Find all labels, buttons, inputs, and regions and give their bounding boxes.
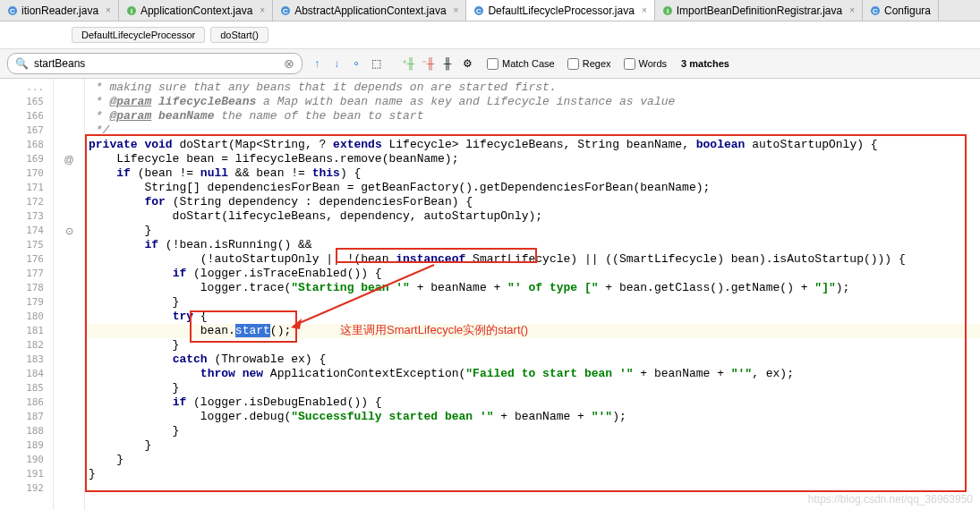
tab-label: DefaultLifecycleProcessor.java [488, 4, 634, 17]
tab-4[interactable]: IImportBeanDefinitionRegistrar.java× [655, 0, 863, 21]
close-icon[interactable]: × [638, 5, 647, 15]
tab-label: ImportBeanDefinitionRegistrar.java [677, 4, 842, 17]
close-icon[interactable]: × [450, 5, 459, 15]
annotation-text: 这里调用SmartLifecycle实例的start() [340, 322, 528, 338]
search-icon: 🔍 [15, 57, 29, 70]
code-line: bean.start(); [85, 324, 980, 338]
close-icon[interactable]: × [102, 5, 111, 15]
code-line: try { [85, 310, 980, 324]
tab-5[interactable]: CConfigura [863, 0, 939, 21]
svg-text:C: C [873, 7, 878, 15]
code-line: * @param lifecycleBeans a Map with bean … [85, 95, 980, 109]
svg-marker-13 [291, 319, 302, 329]
watermark: https://blog.csdn.net/qq_36963950 [808, 493, 973, 506]
search-bar: 🔍 ⊗ ↑ ↓ ⚬ ⬚ ⁺╫ ⁻╫ ╫ ⚙ Match Case Regex W… [0, 49, 980, 79]
settings-icon[interactable]: ⚙ [460, 56, 474, 71]
words-checkbox[interactable]: Words [624, 58, 668, 70]
code-line: if (logger.isDebugEnabled()) { [85, 395, 980, 410]
match-count: 3 matches [681, 58, 729, 69]
editor-tabs: CitionReader.java× IApplicationContext.j… [0, 0, 980, 21]
search-box: 🔍 ⊗ [7, 53, 303, 74]
prev-match-icon[interactable]: ↑ [310, 56, 324, 71]
code-line: logger.trace("Starting bean '" + beanNam… [85, 281, 980, 295]
search-toolbar: ↑ ↓ ⚬ ⬚ ⁺╫ ⁻╫ ╫ ⚙ [310, 56, 474, 71]
clear-icon[interactable]: ⊗ [284, 56, 294, 71]
close-icon[interactable]: × [846, 5, 855, 15]
add-selection-icon[interactable]: ⁺╫ [401, 56, 415, 71]
code-line: if (logger.isTraceEnabled()) { [85, 267, 980, 281]
interface-icon: I [126, 5, 137, 16]
search-input[interactable] [29, 55, 284, 72]
next-match-icon[interactable]: ↓ [329, 56, 344, 71]
code-line: private void doStart(Map<String, ? exten… [85, 138, 980, 152]
breadcrumbs: DefaultLifecycleProcessor doStart() [0, 21, 980, 49]
editor-area: ...1651661671681691701711721731741751761… [0, 79, 980, 510]
svg-line-12 [295, 265, 434, 325]
breadcrumb-method[interactable]: doStart() [210, 27, 268, 43]
code-line: Lifecycle bean = lifecycleBeans.remove(b… [85, 152, 980, 166]
line-numbers: ...1651661671681691701711721731741751761… [0, 79, 54, 510]
gutter-marks: @⊙ [54, 79, 85, 510]
svg-text:C: C [10, 7, 15, 15]
code-line: for (String dependency : dependenciesFor… [85, 195, 980, 209]
tab-2[interactable]: CAbstractApplicationContext.java× [273, 0, 466, 21]
code-line: throw new ApplicationContextException("F… [85, 367, 980, 381]
code-line: doStart(lifecycleBeans, dependency, auto… [85, 209, 980, 224]
select-occurrences-icon[interactable]: ╫ [440, 56, 455, 71]
select-all-icon[interactable]: ⬚ [369, 56, 383, 71]
class-icon: C [473, 5, 484, 16]
code-line: } [85, 338, 980, 353]
svg-text:C: C [477, 7, 482, 15]
breadcrumb-class[interactable]: DefaultLifecycleProcessor [72, 27, 205, 43]
class-icon: C [280, 5, 291, 16]
code-line: logger.debug("Successfully started bean … [85, 410, 980, 424]
arrow-icon [291, 258, 443, 329]
code-line: if (bean != null && bean != this) { [85, 166, 980, 181]
code-line: } [85, 467, 980, 481]
code-line: } [85, 224, 980, 238]
tab-label: ApplicationContext.java [141, 4, 252, 17]
code-line: String[] dependenciesForBean = getBeanFa… [85, 181, 980, 195]
filter-icon[interactable]: ⚬ [349, 56, 363, 71]
code-line: (!autoStartupOnly || !(bean instanceof S… [85, 252, 980, 267]
match-case-checkbox[interactable]: Match Case [487, 58, 555, 70]
code-line: * making sure that any beans that it dep… [85, 81, 980, 95]
tab-label: AbstractApplicationContext.java [294, 4, 446, 17]
svg-text:C: C [283, 7, 288, 15]
code-line: } [85, 424, 980, 438]
close-icon[interactable]: × [256, 5, 265, 15]
code-line: if (!bean.isRunning() && [85, 238, 980, 252]
tab-label: Configura [884, 4, 931, 17]
code-line: } [85, 453, 980, 467]
tab-0[interactable]: CitionReader.java× [0, 0, 119, 21]
tab-1[interactable]: IApplicationContext.java× [119, 0, 273, 21]
remove-selection-icon[interactable]: ⁻╫ [421, 56, 435, 71]
tab-label: itionReader.java [21, 4, 98, 17]
tab-3[interactable]: CDefaultLifecycleProcessor.java× [466, 0, 654, 21]
code-line: * @param beanName the name of the bean t… [85, 109, 980, 123]
regex-checkbox[interactable]: Regex [567, 58, 611, 70]
code-line: catch (Throwable ex) { [85, 353, 980, 367]
class-icon: C [870, 5, 881, 16]
code-line: } [85, 295, 980, 310]
class-icon: C [7, 5, 18, 16]
interface-icon: I [662, 5, 673, 16]
code-line: } [85, 381, 980, 395]
code-line: */ [85, 123, 980, 138]
code-pane[interactable]: * making sure that any beans that it dep… [85, 79, 980, 510]
code-line: } [85, 438, 980, 453]
svg-text:I: I [131, 7, 132, 15]
svg-text:I: I [667, 7, 669, 15]
